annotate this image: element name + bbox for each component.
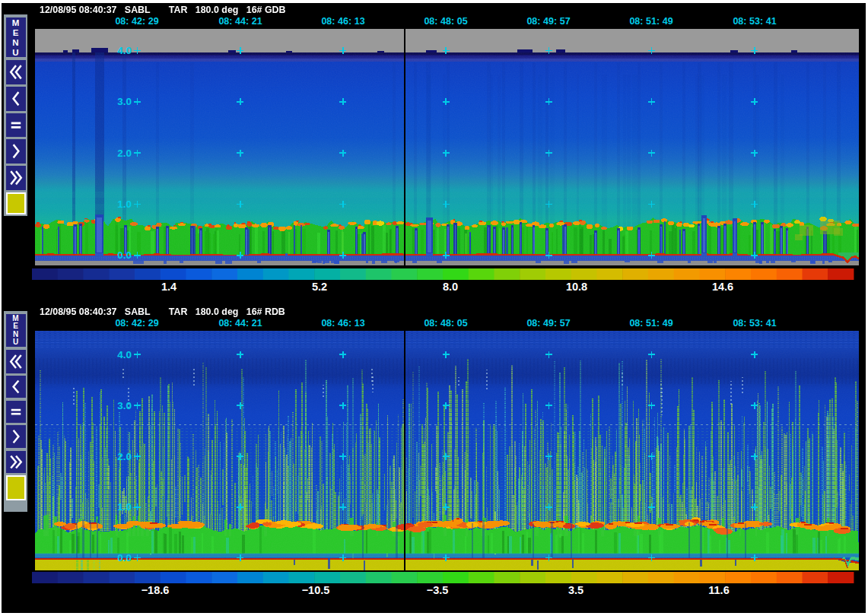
- svg-text:2.0: 2.0: [117, 148, 132, 159]
- svg-text:1.0: 1.0: [117, 501, 132, 513]
- svg-text:1.0: 1.0: [117, 198, 132, 210]
- svg-text:3.0: 3.0: [117, 96, 132, 107]
- svg-text:0.0: 0.0: [117, 552, 132, 564]
- svg-text:3.0: 3.0: [117, 400, 132, 411]
- svg-text:4.0: 4.0: [117, 349, 132, 360]
- svg-text:0.0: 0.0: [117, 249, 132, 261]
- svg-text:2.0: 2.0: [117, 451, 132, 462]
- svg-text:4.0: 4.0: [117, 45, 132, 56]
